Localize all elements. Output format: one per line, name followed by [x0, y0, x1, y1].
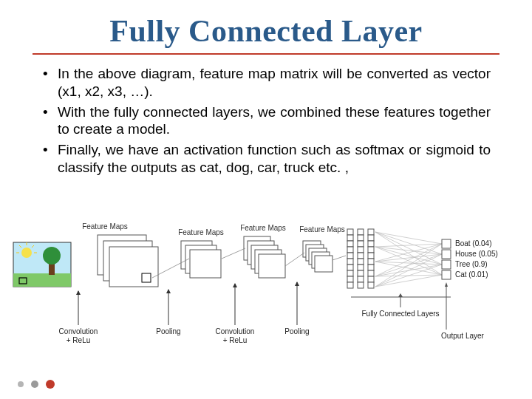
svg-rect-48 [368, 229, 374, 235]
svg-rect-49 [368, 235, 374, 241]
svg-line-58 [375, 232, 442, 244]
label-feature-maps-2: Feature Maps [178, 228, 224, 236]
svg-rect-54 [368, 265, 374, 270]
svg-line-76 [375, 265, 442, 287]
output-layer [442, 239, 451, 279]
label-pooling-2: Pooling [284, 327, 309, 335]
svg-rect-30 [347, 241, 353, 247]
svg-rect-37 [347, 282, 353, 288]
output-value-1: House (0.05) [455, 250, 498, 258]
label-feature-maps-3: Feature Maps [240, 224, 286, 232]
svg-rect-42 [358, 253, 364, 259]
label-fully-connected: Fully Connected Layers [361, 310, 439, 318]
svg-rect-46 [358, 276, 364, 282]
svg-rect-47 [358, 282, 364, 288]
svg-line-90 [332, 256, 346, 260]
svg-rect-80 [442, 260, 451, 269]
svg-rect-51 [368, 247, 374, 253]
svg-rect-29 [347, 235, 353, 241]
flatten-vectors [347, 229, 374, 288]
dot-icon [31, 381, 38, 388]
svg-rect-32 [347, 253, 353, 259]
input-image [13, 242, 71, 287]
bullet-list: In the above diagram, feature map matrix… [0, 65, 532, 177]
cnn-diagram: Feature Maps Feature Maps Feature Maps F… [7, 214, 525, 369]
svg-rect-45 [358, 270, 364, 276]
bullet-item: With the fully connected layers, we comb… [41, 103, 491, 139]
bullet-item: Finally, we have an activation function … [41, 141, 491, 177]
svg-rect-39 [358, 235, 364, 241]
svg-line-60 [375, 232, 442, 265]
dot-icon [18, 381, 24, 387]
svg-point-9 [43, 247, 61, 265]
svg-point-1 [21, 248, 32, 258]
svg-line-67 [375, 254, 442, 262]
dot-icon [46, 380, 55, 389]
svg-rect-31 [347, 247, 353, 253]
svg-rect-43 [358, 259, 364, 265]
svg-rect-27 [315, 256, 332, 272]
svg-rect-81 [442, 270, 451, 279]
svg-rect-44 [358, 265, 364, 270]
svg-rect-53 [368, 259, 374, 265]
label-conv-relu-1b: + ReLu [66, 336, 91, 344]
svg-rect-22 [259, 254, 285, 278]
slide-footer-dots [18, 380, 55, 389]
svg-rect-34 [347, 265, 353, 270]
svg-rect-56 [368, 276, 374, 282]
svg-rect-78 [442, 239, 451, 248]
label-conv-relu-2a: Convolution [216, 327, 255, 335]
svg-rect-57 [368, 282, 374, 288]
label-feature-maps-4: Feature Maps [299, 225, 345, 233]
svg-rect-40 [358, 241, 364, 247]
svg-line-88 [222, 248, 245, 259]
svg-marker-85 [445, 282, 448, 287]
output-value-3: Cat (0.01) [455, 270, 488, 279]
svg-rect-35 [347, 270, 353, 276]
feature-maps-2 [181, 241, 221, 278]
svg-line-89 [285, 253, 304, 266]
svg-marker-84 [398, 293, 403, 297]
feature-maps-1 [98, 235, 158, 287]
svg-rect-33 [347, 259, 353, 265]
feature-maps-3 [244, 236, 285, 278]
svg-rect-50 [368, 241, 374, 247]
svg-rect-28 [347, 229, 353, 235]
svg-rect-36 [347, 276, 353, 282]
label-feature-maps-1: Feature Maps [82, 222, 128, 231]
label-pooling-1: Pooling [156, 327, 180, 335]
svg-rect-7 [13, 273, 71, 287]
label-output-layer: Output Layer [441, 332, 484, 340]
output-value-2: Tree (0.9) [455, 260, 488, 268]
label-conv-relu-2b: + ReLu [223, 336, 248, 344]
svg-line-77 [375, 275, 442, 287]
slide-title: Fully Connected Layer [33, 0, 499, 55]
svg-rect-79 [442, 250, 451, 259]
svg-rect-41 [358, 247, 364, 253]
bullet-item: In the above diagram, feature map matrix… [41, 65, 491, 100]
svg-rect-52 [368, 253, 374, 259]
output-value-0: Boat (0.04) [455, 239, 491, 248]
fc-lines [375, 232, 442, 287]
svg-rect-38 [358, 229, 364, 235]
svg-rect-55 [368, 270, 374, 276]
label-conv-relu-1a: Convolution [59, 327, 98, 335]
feature-maps-4 [303, 241, 332, 272]
svg-line-70 [375, 244, 442, 276]
svg-rect-17 [190, 250, 221, 278]
